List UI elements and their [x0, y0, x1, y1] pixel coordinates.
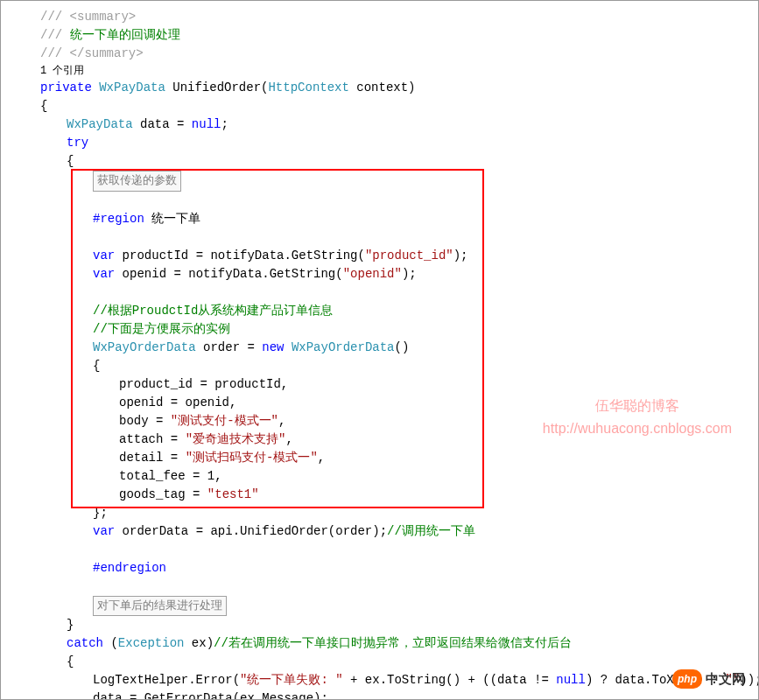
code-token: + ex.ToString() + ((data !=: [343, 673, 557, 687]
code-token: body =: [119, 414, 171, 428]
code-token: {: [93, 359, 100, 373]
endregion: #endregion: [93, 561, 166, 575]
code-token: ex): [184, 636, 214, 650]
code-token: [93, 579, 100, 593]
code-token: data =: [133, 117, 192, 131]
code-token: openid = openid,: [119, 396, 236, 410]
code-token: Exception: [118, 636, 185, 650]
code-token: ;: [221, 117, 228, 131]
code-token: );: [402, 267, 417, 281]
collapsed-result[interactable]: 对下单后的结果进行处理: [93, 596, 227, 617]
code-area: /// <summary>/// 统一下单的回调处理/// </summary>…: [1, 1, 758, 700]
code-token: {: [40, 99, 47, 113]
code-token: "product_id": [365, 248, 453, 262]
code-token: (): [395, 340, 410, 354]
code-token: "测试扫码支付-模式一": [186, 451, 318, 465]
code-token: context): [349, 80, 416, 94]
code-token: WxPayOrderData: [93, 340, 196, 354]
code-token: catch: [67, 636, 103, 650]
collapsed-params[interactable]: 获取传递的参数: [93, 171, 181, 192]
code-token: openid = notifyData.GetString(: [115, 267, 342, 281]
code-token: [284, 340, 291, 354]
code-token: new: [262, 340, 284, 354]
comment-call: //调用统一下单: [387, 524, 475, 538]
code-token: data = GetErrorData(ex.Message);: [93, 691, 328, 700]
code-token: "测试支付-模式一": [171, 414, 278, 428]
code-token: LogTextHelper.Error(: [93, 673, 240, 687]
logo-text: 中文网: [706, 669, 745, 690]
code-token: [93, 193, 100, 207]
code-token: orderData = api.UnifiedOrder(order);: [115, 524, 387, 538]
ref-count: 1 个引用: [40, 65, 84, 77]
comment-build: //根据ProudctId从系统构建产品订单信息: [93, 304, 333, 318]
code-token: ///: [40, 28, 70, 42]
code-token: [93, 230, 100, 244]
summary-close: /// </summary>: [40, 46, 144, 60]
code-token: [92, 80, 99, 94]
code-token: attach =: [119, 432, 186, 446]
code-token: "爱奇迪技术支持": [186, 432, 286, 446]
code-token: total_fee = 1,: [119, 469, 222, 483]
code-token: );: [453, 248, 468, 262]
logo-badge: php: [672, 669, 702, 689]
code-token: [93, 542, 100, 556]
code-token: order =: [196, 340, 263, 354]
region-title: 统一下单: [144, 212, 200, 226]
code-token: [93, 285, 100, 299]
code-token: WxPayOrderData: [292, 340, 395, 354]
code-token: null: [556, 673, 586, 687]
code-token: ,: [318, 451, 325, 465]
code-token: productId = notifyData.GetString(: [115, 248, 365, 262]
code-token: ,: [285, 432, 292, 446]
code-token: UnifiedOrder(: [165, 80, 269, 94]
code-token: ,: [278, 414, 285, 428]
summary-desc: 统一下单的回调处理: [70, 28, 180, 42]
catch-comment: //若在调用统一下单接口时抛异常，立即返回结果给微信支付后台: [214, 636, 572, 650]
code-token: WxPayData: [67, 117, 133, 131]
code-token: null: [192, 117, 221, 131]
code-token: product_id = productId,: [119, 377, 288, 391]
code-token: "统一下单失败: ": [240, 673, 343, 687]
code-token: {: [67, 154, 74, 168]
code-token: "test1": [207, 487, 259, 501]
code-token: var: [93, 248, 115, 262]
code-token: }: [67, 618, 74, 632]
code-token: };: [93, 506, 108, 520]
code-token: (: [103, 636, 118, 650]
code-token: #region: [93, 212, 144, 226]
code-token: WxPayData: [99, 80, 165, 94]
site-logo: php 中文网: [672, 669, 745, 690]
code-token: goods_tag =: [119, 487, 207, 501]
code-token: try: [67, 136, 88, 150]
code-token: var: [93, 524, 115, 538]
code-token: HttpContext: [268, 80, 348, 94]
code-token: private: [40, 80, 92, 94]
code-token: "openid": [343, 267, 402, 281]
comment-example: //下面是方便展示的实例: [93, 322, 230, 336]
summary-open: /// <summary>: [40, 10, 136, 24]
code-token: {: [67, 654, 74, 668]
code-token: var: [93, 267, 115, 281]
code-token: detail =: [119, 451, 186, 465]
